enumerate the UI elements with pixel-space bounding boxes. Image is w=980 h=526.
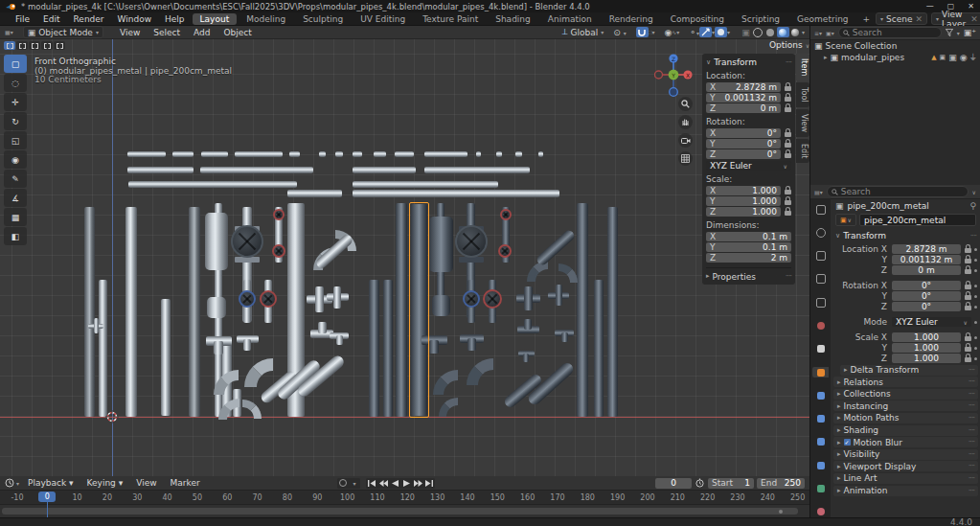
menu-help[interactable]: Help — [158, 14, 192, 24]
viewport-menu-view[interactable]: View — [113, 28, 147, 37]
pipe-tee[interactable] — [336, 335, 343, 345]
lock-icon[interactable] — [785, 211, 791, 216]
auto-keying-button[interactable] — [337, 478, 349, 489]
snap-settings-dropdown[interactable]: ∷▾ — [649, 29, 655, 35]
lock-icon[interactable] — [965, 259, 971, 263]
npanel-field-location-z[interactable]: Z0 m — [706, 103, 781, 113]
workspace-tab-modeling[interactable]: Modeling — [239, 13, 293, 25]
pipe-horizontal[interactable] — [201, 151, 228, 157]
properties-tab-tool[interactable] — [812, 204, 829, 215]
pipe-horizontal[interactable] — [127, 167, 194, 173]
mode-selector[interactable]: ▣ Object Mode ▾ — [23, 26, 103, 38]
lock-icon[interactable] — [785, 86, 791, 91]
npanel-field-scale-z[interactable]: Z1.000 — [706, 207, 781, 217]
npanel-field-dimensions-x[interactable]: X0.1 m — [706, 232, 791, 241]
zoom-icon[interactable] — [678, 97, 693, 111]
pipe-tee[interactable] — [523, 354, 529, 362]
shading-solid-button[interactable] — [764, 27, 777, 37]
workspace-tab-layout[interactable]: Layout — [193, 13, 238, 25]
pipe-tee[interactable] — [243, 339, 251, 351]
stopwatch-icon[interactable] — [695, 478, 704, 488]
pipe-tee[interactable] — [429, 340, 439, 354]
filter-dropdown[interactable]: ▾ — [957, 30, 960, 36]
properties-tab-collection[interactable] — [812, 344, 829, 354]
start-frame-field[interactable]: Start1 — [708, 478, 754, 489]
pipe-horizontal[interactable] — [235, 151, 283, 157]
pipe-horizontal[interactable] — [172, 151, 194, 157]
scene-selector[interactable]: ▾ Scene ✕ — [876, 12, 927, 25]
close-button[interactable]: ✕ — [968, 2, 974, 11]
filter-funnel-icon[interactable] — [946, 29, 953, 36]
valve-wheel-dk[interactable] — [231, 225, 263, 258]
pipe-elbow[interactable] — [433, 370, 458, 395]
shading-rendered-button[interactable] — [789, 27, 802, 37]
shading-wireframe-button[interactable] — [752, 27, 764, 37]
tool-move[interactable]: ✛ — [4, 93, 27, 111]
panel-visibility[interactable]: ▸Visibility···· — [833, 449, 978, 460]
workspace-tab-scripting[interactable]: Scripting — [734, 13, 787, 25]
pipe-horizontal[interactable] — [289, 151, 300, 157]
rotation-mode-dropdown[interactable]: XYZ Euler∨ — [706, 161, 791, 171]
valve-wheel-red[interactable] — [260, 290, 277, 308]
tool-rotate[interactable]: ↻ — [4, 112, 27, 130]
lock-icon[interactable] — [785, 143, 791, 148]
outliner-display-mode-dropdown[interactable]: ≡▾ — [814, 30, 822, 36]
prop-value-field[interactable]: 0 m — [892, 265, 961, 275]
pipe-horizontal[interactable] — [287, 190, 342, 197]
show-object-types-dropdown[interactable]: ⚬▾ — [689, 28, 699, 37]
workspace-tab-sculpting[interactable]: Sculpting — [295, 13, 351, 25]
tool-transform[interactable]: ◉ — [4, 150, 27, 169]
pipe-vertical[interactable] — [594, 280, 604, 417]
pipe-vertical[interactable] — [99, 280, 107, 417]
pan-hand-icon[interactable] — [678, 115, 693, 129]
tool-select-box[interactable]: ▢ — [4, 55, 27, 73]
lock-icon[interactable] — [965, 285, 971, 289]
navigation-gizmo[interactable]: Z X Y — [654, 53, 693, 99]
viewport-menu-select[interactable]: Select — [147, 28, 187, 37]
pipe-horizontal[interactable] — [335, 151, 343, 157]
timeline-track[interactable] — [0, 505, 809, 517]
jump-to-start-button[interactable] — [366, 478, 377, 489]
pipe-horizontal[interactable] — [538, 151, 543, 157]
pipe-coupler[interactable] — [207, 297, 226, 318]
menu-edit[interactable]: Edit — [36, 14, 66, 24]
select-mode-2[interactable] — [29, 41, 40, 50]
delta-transform-panel[interactable]: ▸Delta Transform···· — [840, 365, 978, 376]
selected-object-outline[interactable] — [409, 202, 429, 418]
properties-tab-material[interactable] — [812, 507, 829, 517]
pipe-tee[interactable] — [214, 341, 223, 354]
valve-wheel-red[interactable] — [273, 209, 285, 220]
tool-add-mesh[interactable]: ◧ — [4, 227, 27, 245]
properties-search-input[interactable]: Search — [827, 186, 969, 197]
pipe-tee[interactable] — [467, 338, 476, 351]
menu-file[interactable]: File — [9, 14, 36, 24]
overlays-toggle[interactable] — [715, 27, 727, 37]
animate-dot[interactable] — [974, 259, 977, 262]
timeline-menu-keying[interactable]: Keying ▾ — [80, 478, 130, 488]
gizmos-toggle[interactable] — [699, 27, 712, 37]
panel-motion-blur[interactable]: ▸✓Motion Blur···· — [833, 437, 978, 447]
prop-value-field[interactable]: 0° — [892, 281, 961, 290]
pipe-horizontal[interactable] — [353, 181, 498, 188]
npanel-field-location-x[interactable]: X2.8728 m — [706, 82, 781, 92]
pipe-vertical[interactable] — [84, 207, 95, 417]
shading-material-button[interactable] — [777, 27, 789, 37]
end-frame-field[interactable]: End250 — [757, 478, 805, 489]
properties-tab-scene[interactable] — [812, 297, 829, 308]
pipe-elbow[interactable] — [467, 358, 493, 385]
select-mode-0[interactable] — [4, 41, 15, 50]
pipe-elbow[interactable] — [558, 263, 578, 283]
select-mode-3[interactable] — [41, 41, 53, 50]
new-collection-button[interactable]: ▣⁺ — [964, 28, 976, 37]
timeline-menu-playback[interactable]: Playback ▾ — [21, 478, 80, 488]
lock-icon[interactable] — [965, 336, 971, 341]
workspace-tab-compositing[interactable]: Compositing — [663, 13, 732, 25]
pipe-horizontal[interactable] — [374, 151, 386, 157]
pipe-tee[interactable] — [561, 332, 568, 342]
pipe-tee[interactable] — [318, 322, 327, 333]
rotation-mode-menu[interactable]: XYZ Euler∨ — [892, 317, 971, 327]
id-type-selector[interactable]: ▣∨ — [835, 214, 856, 226]
outliner-row-scene-collection[interactable]: ▣Scene Collection — [810, 40, 980, 52]
proportional-editing-toggle[interactable]: ◉ — [664, 28, 672, 37]
lock-icon[interactable] — [965, 347, 971, 352]
